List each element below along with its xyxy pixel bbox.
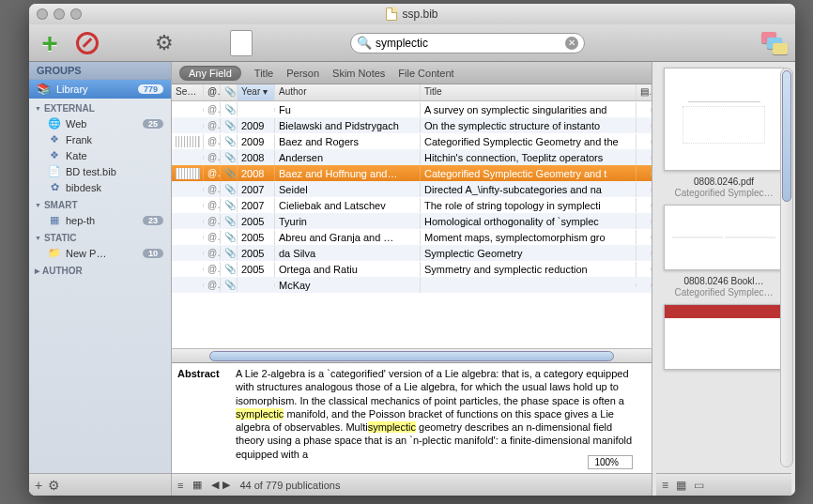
group-external[interactable]: EXTERNAL xyxy=(29,99,171,115)
scope-title[interactable]: Title xyxy=(254,68,273,79)
cell-year xyxy=(238,283,275,287)
results-table: Searc @ 📎 Year ▾ Author Title ▤ @📎FuA su… xyxy=(172,84,652,362)
cell-title: Hitchin's connection, Toeplitz operators xyxy=(421,150,637,165)
at-icon: @ xyxy=(204,134,221,148)
table-row[interactable]: @📎McKay xyxy=(172,277,652,293)
preview-view-grid[interactable]: ▦ xyxy=(676,479,686,492)
table-row[interactable]: @📎2005TyurinHomological orthogonality of… xyxy=(172,213,652,229)
sidebar-item[interactable]: 📁New P…10 xyxy=(29,245,171,261)
paperclip-icon: 📎 xyxy=(221,214,238,228)
sidebar-item[interactable]: ✿bibdesk xyxy=(29,179,171,195)
sidebar-action-button[interactable]: ⚙ xyxy=(48,478,60,493)
preview-thumbnail-3[interactable] xyxy=(664,304,784,370)
cell-title: A survey on symplectic singularities and xyxy=(421,102,637,117)
table-row[interactable]: @📎2009Bielawski and PidstrygachOn the sy… xyxy=(172,117,652,133)
paperclip-icon: 📎 xyxy=(221,134,238,148)
cell-title: Categorified Symplectic Geometry and the xyxy=(421,134,637,149)
col-search[interactable]: Searc xyxy=(172,84,204,100)
col-at[interactable]: @ xyxy=(204,84,221,100)
close-window-button[interactable] xyxy=(37,8,48,20)
scope-bar: Any Field Title Person Skim Notes File C… xyxy=(172,62,652,84)
notes-button[interactable] xyxy=(761,32,788,54)
sidebar-item-label: bibdesk xyxy=(66,182,101,193)
nav-next-button[interactable]: ▶ xyxy=(222,479,230,491)
sidebar-item-icon: 📄 xyxy=(48,165,61,177)
cell-author: Baez and Rogers xyxy=(275,134,421,149)
sidebar-item[interactable]: ❖Kate xyxy=(29,147,171,163)
cell-year: 2005 xyxy=(238,246,275,261)
group-author[interactable]: AUTHOR xyxy=(29,261,171,278)
scope-any-field[interactable]: Any Field xyxy=(179,66,241,81)
view-list-button[interactable]: ≡ xyxy=(177,480,183,491)
at-icon: @ xyxy=(204,102,221,116)
minimize-window-button[interactable] xyxy=(54,8,65,20)
at-icon: @ xyxy=(204,278,221,292)
group-smart[interactable]: SMART xyxy=(29,195,171,212)
cell-title xyxy=(421,283,637,287)
sidebar-item[interactable]: 📄BD test.bib xyxy=(29,163,171,179)
preview-view-flow[interactable]: ▭ xyxy=(694,479,704,492)
col-author[interactable]: Author xyxy=(275,84,421,100)
table-row[interactable]: @📎2007SeidelDirected A_\infty-subcategor… xyxy=(172,181,652,197)
table-row[interactable]: @📎FuA survey on symplectic singularities… xyxy=(172,101,652,117)
col-corner[interactable]: ▤ xyxy=(637,84,652,100)
preview-scrollbar[interactable] xyxy=(780,68,793,467)
preview-view-list[interactable]: ≡ xyxy=(662,479,668,492)
library-count: 779 xyxy=(138,84,163,94)
view-grid-button[interactable]: ▦ xyxy=(192,479,202,491)
preview-thumbnail-1[interactable] xyxy=(664,68,784,171)
table-row[interactable]: @📎2007Cieliebak and LatschevThe role of … xyxy=(172,197,652,213)
col-title[interactable]: Title xyxy=(421,84,637,100)
document-icon xyxy=(386,8,397,21)
zoom-window-button[interactable] xyxy=(70,8,82,20)
nav-prev-button[interactable]: ◀ xyxy=(211,479,219,491)
paperclip-icon: 📎 xyxy=(221,118,238,132)
search-input[interactable] xyxy=(376,37,565,50)
sidebar: GROUPS 📚 Library 779 EXTERNAL 🌐Web25❖Fra… xyxy=(29,62,172,496)
cell-author: Cieliebak and Latschev xyxy=(275,198,421,213)
search-field[interactable]: 🔍 ✕ xyxy=(350,33,585,53)
cell-author: Bielawski and Pidstrygach xyxy=(275,118,421,133)
app-window: ssp.bib + ⚙ 🔍 ✕ GROUPS 📚 Library 779 EXT… xyxy=(29,4,795,496)
col-year[interactable]: Year ▾ xyxy=(238,84,275,100)
table-row[interactable]: @📎2008AndersenHitchin's connection, Toep… xyxy=(172,149,652,165)
cell-author: da Silva xyxy=(275,246,421,261)
scope-person[interactable]: Person xyxy=(286,68,319,79)
cell-title: Directed A_\infty-subcategories and na xyxy=(421,182,637,197)
table-row[interactable]: @📎2009Baez and RogersCategorified Symple… xyxy=(172,133,652,149)
titlebar[interactable]: ssp.bib xyxy=(29,4,795,24)
sidebar-item-icon: ✿ xyxy=(48,181,61,193)
sidebar-item[interactable]: ▦hep-th23 xyxy=(29,212,171,228)
table-row[interactable]: @📎2005Abreu and Granja and …Moment maps,… xyxy=(172,229,652,245)
sidebar-item-count: 25 xyxy=(143,119,163,129)
clear-search-button[interactable]: ✕ xyxy=(565,37,578,50)
paperclip-icon: 📎 xyxy=(221,102,238,116)
table-row[interactable]: @📎2005Ortega and RatiuSymmetry and sympl… xyxy=(172,261,652,277)
sidebar-item-label: New P… xyxy=(66,248,106,259)
action-menu-button[interactable]: ⚙ xyxy=(153,32,176,54)
scope-skim[interactable]: Skim Notes xyxy=(332,68,385,79)
zoom-select[interactable]: 100% xyxy=(588,455,633,469)
group-static[interactable]: STATIC xyxy=(29,228,171,245)
scope-file[interactable]: File Content xyxy=(398,68,453,79)
table-row[interactable]: @📎2005da SilvaSymplectic Geometry xyxy=(172,245,652,261)
paperclip-icon: 📎 xyxy=(221,278,238,292)
sidebar-item[interactable]: 🌐Web25 xyxy=(29,115,171,131)
at-icon: @ xyxy=(204,198,221,212)
table-row[interactable]: @📎2008Baez and Hoffnung and…Categorified… xyxy=(172,165,652,181)
preview-thumbnail-2[interactable] xyxy=(664,205,784,270)
sidebar-library[interactable]: 📚 Library 779 xyxy=(29,80,171,99)
col-clip[interactable]: 📎 xyxy=(221,84,238,100)
delete-button[interactable] xyxy=(76,32,99,54)
add-group-button[interactable]: + xyxy=(35,478,42,493)
preview-2-title: 0808.0246 Bookl… xyxy=(683,276,763,286)
horizontal-scrollbar[interactable] xyxy=(172,348,652,362)
cell-year: 2007 xyxy=(238,182,275,197)
preview-button[interactable] xyxy=(230,30,253,56)
sidebar-item[interactable]: ❖Frank xyxy=(29,131,171,147)
sidebar-item-icon: ❖ xyxy=(48,149,61,161)
cell-author: McKay xyxy=(275,278,421,293)
table-header[interactable]: Searc @ 📎 Year ▾ Author Title ▤ xyxy=(172,84,652,101)
add-button[interactable]: + xyxy=(37,30,63,56)
cell-year: 2008 xyxy=(238,166,275,181)
